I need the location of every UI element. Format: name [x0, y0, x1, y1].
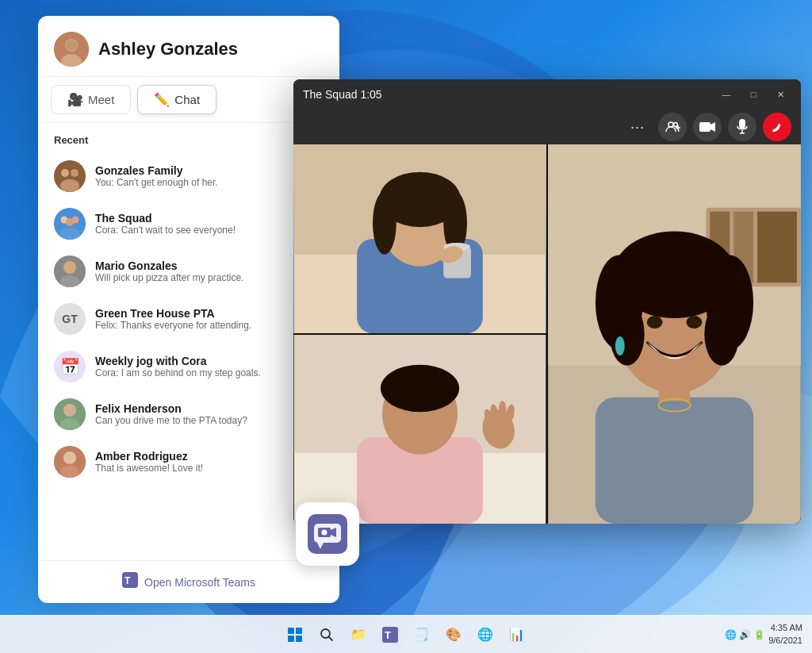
network-icon[interactable]: 🌐	[725, 629, 737, 640]
video-call-title: The Squad 1:05	[303, 88, 382, 101]
volume-icon[interactable]: 🔊	[739, 629, 751, 640]
svg-rect-61	[596, 398, 753, 524]
avatar	[54, 255, 86, 287]
video-cell-1	[293, 144, 546, 333]
avatar	[54, 160, 86, 192]
svg-rect-80	[296, 628, 302, 634]
user-name: Ashley Gonzales	[98, 39, 238, 60]
svg-marker-30	[710, 122, 715, 132]
avatar: 📅	[54, 351, 86, 382]
chat-item-name: Green Tree House PTA	[95, 307, 324, 320]
battery-icon[interactable]: 🔋	[753, 629, 765, 640]
tab-meet-label: Meet	[88, 93, 114, 106]
chat-item-info: Amber Rodriguez That is awesome! Love it…	[95, 450, 324, 474]
video-call-window: The Squad 1:05 — □ ✕ ···	[293, 79, 801, 524]
chat-item-name: Amber Rodriguez	[95, 450, 324, 463]
taskbar-center: 📁 T 🗒️ 🎨 🌐 📊	[281, 620, 531, 649]
tab-chat-label: Chat	[174, 93, 200, 106]
start-button[interactable]	[281, 620, 309, 649]
chat-item-info: Gonzales Family You: Can't get enough of…	[95, 164, 324, 188]
chat-item-info: Green Tree House PTA Felix: Thanks every…	[95, 307, 324, 331]
video-cell-2	[293, 335, 546, 524]
paint-button[interactable]: 🎨	[439, 620, 468, 649]
svg-point-52	[499, 401, 507, 421]
svg-point-78	[322, 530, 327, 536]
svg-point-69	[704, 302, 739, 366]
mic-button[interactable]	[728, 113, 756, 141]
office-button[interactable]: 📊	[503, 620, 531, 649]
svg-point-70	[615, 336, 625, 355]
svg-point-26	[674, 123, 678, 127]
svg-point-8	[60, 179, 79, 192]
chat-panel-header: Ashley Gonzales	[38, 16, 339, 77]
chat-item-name: Mario Gonzales	[95, 259, 324, 272]
svg-point-71	[647, 316, 663, 328]
svg-point-6	[61, 169, 69, 177]
chat-item-message: Will pick up pizza after my practice.	[95, 272, 324, 283]
chat-item-info: Felix Henderson Can you drive me to the …	[95, 402, 324, 426]
svg-point-18	[63, 404, 76, 417]
tab-meet[interactable]: 🎥 Meet	[51, 85, 131, 114]
svg-point-7	[71, 169, 79, 177]
teams-taskbar-button[interactable]: T	[376, 620, 404, 649]
list-item[interactable]: 📅 Weekly jog with Cora Cora: I am so beh…	[44, 343, 333, 390]
chat-item-info: Mario Gonzales Will pick up pizza after …	[95, 259, 324, 283]
edge-button[interactable]: 🌐	[471, 620, 500, 649]
video-toolbar: ···	[293, 109, 801, 144]
video-titlebar: The Squad 1:05 — □ ✕	[293, 79, 801, 109]
list-item[interactable]: The Squad Cora: Can't wait to see everyo…	[44, 200, 333, 248]
svg-point-68	[610, 302, 645, 366]
chat-item-name: The Squad	[95, 212, 324, 225]
tab-chat[interactable]: ✏️ Chat	[137, 85, 216, 114]
chat-item-message: That is awesome! Love it!	[95, 463, 324, 474]
svg-rect-31	[739, 119, 745, 129]
svg-rect-29	[699, 122, 710, 132]
more-options-button[interactable]: ···	[623, 113, 652, 141]
teams-logo-icon: T	[122, 572, 138, 592]
system-clock[interactable]: 4:35 AM 9/6/2021	[768, 622, 802, 647]
sticky-notes-button[interactable]: 🗒️	[408, 620, 436, 649]
window-controls: — □ ✕	[715, 86, 791, 103]
avatar: GT	[54, 303, 86, 335]
minimize-button[interactable]: —	[715, 86, 737, 103]
video-grid	[293, 144, 801, 524]
chat-item-message: Can you drive me to the PTA today?	[95, 415, 324, 426]
svg-point-25	[668, 122, 673, 127]
chat-item-message: Cora: Can't wait to see everyone!	[95, 225, 324, 236]
svg-point-49	[381, 365, 459, 413]
avatar	[54, 446, 86, 478]
end-call-button[interactable]	[763, 113, 791, 141]
teams-notification-icon[interactable]	[296, 502, 359, 566]
list-item[interactable]: Mario Gonzales Will pick up pizza after …	[44, 248, 333, 295]
svg-text:T: T	[124, 575, 131, 586]
svg-rect-81	[288, 636, 294, 642]
list-item[interactable]: GT Green Tree House PTA Felix: Thanks ev…	[44, 295, 333, 343]
svg-line-84	[329, 636, 333, 640]
list-item[interactable]: Felix Henderson Can you drive me to the …	[44, 390, 333, 438]
clock-date: 9/6/2021	[768, 635, 802, 647]
svg-point-4	[66, 40, 77, 51]
close-button[interactable]: ✕	[769, 86, 791, 103]
svg-point-21	[63, 451, 76, 464]
maximize-button[interactable]: □	[742, 86, 764, 103]
chat-item-name: Gonzales Family	[95, 164, 324, 177]
chat-item-message: Cora: I am so behind on my step goals.	[95, 367, 324, 378]
svg-text:T: T	[385, 629, 391, 641]
chat-icon: ✏️	[154, 92, 170, 107]
list-item[interactable]: Gonzales Family You: Can't get enough of…	[44, 152, 333, 200]
search-button[interactable]	[312, 620, 341, 649]
taskbar-right: 🌐 🔊 🔋 4:35 AM 9/6/2021	[725, 622, 802, 647]
open-teams-button[interactable]: T Open Microsoft Teams	[38, 560, 339, 603]
list-item[interactable]: Amber Rodriguez That is awesome! Love it…	[44, 438, 333, 486]
avatar	[54, 398, 86, 430]
task-view-button[interactable]: 📁	[344, 620, 373, 649]
svg-rect-82	[296, 636, 302, 642]
camera-button[interactable]	[693, 113, 722, 141]
open-teams-label: Open Microsoft Teams	[144, 576, 255, 589]
participants-button[interactable]	[658, 113, 687, 141]
taskbar: 📁 T 🗒️ 🎨 🌐 📊 🌐 🔊 🔋 4:35 AM 9/6/2021	[0, 615, 812, 653]
svg-point-15	[63, 261, 76, 274]
svg-rect-60	[757, 212, 797, 283]
clock-time: 4:35 AM	[768, 622, 802, 634]
user-avatar-image	[54, 32, 89, 67]
